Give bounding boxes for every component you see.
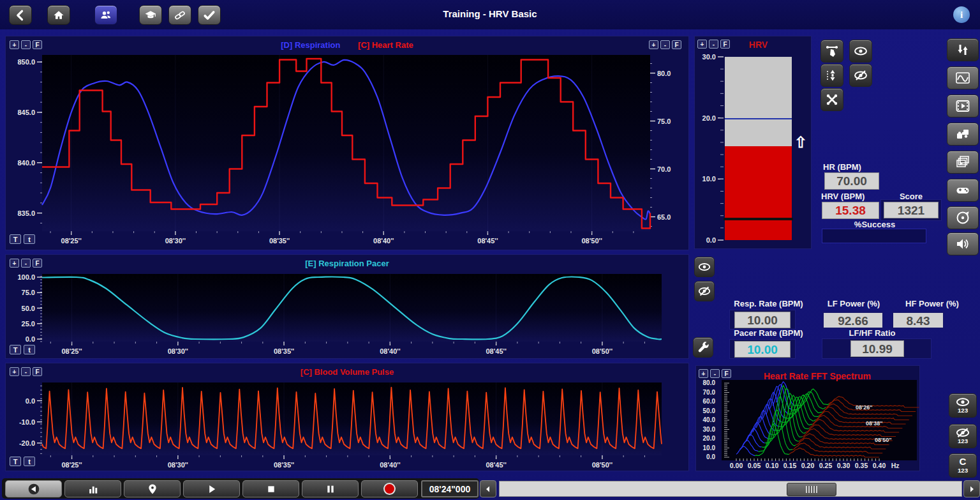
- game-button[interactable]: [947, 179, 979, 202]
- time-display: 08'24"000: [421, 480, 479, 497]
- hide-values-button[interactable]: 123: [949, 424, 977, 448]
- hrv-gauge-panel: 30.020.010.00.0 HRV + - F ⇧: [694, 36, 812, 249]
- stop-button[interactable]: [242, 480, 299, 497]
- bvp-axis-zoom-in-button[interactable]: +: [10, 367, 19, 376]
- c-123-icon: C123: [954, 457, 971, 474]
- svg-text:25.0: 25.0: [22, 320, 35, 328]
- show-chart-button[interactable]: [849, 40, 872, 63]
- pacer-time-minor-button[interactable]: t: [24, 345, 35, 354]
- pacer-axis-fit-button[interactable]: F: [33, 259, 42, 268]
- video-button[interactable]: [947, 95, 979, 117]
- bvp-axis-zoom-out-button[interactable]: -: [21, 367, 31, 376]
- svg-text:08'45'': 08'45'': [486, 347, 507, 355]
- svg-text:840.0: 840.0: [17, 159, 35, 167]
- artifact-reject-button[interactable]: [820, 88, 843, 111]
- lfhf-ratio-value: 10.99: [850, 340, 904, 357]
- lf-power-value: 92.66: [822, 312, 884, 329]
- video-player-icon: [954, 98, 971, 114]
- hr-value: 70.00: [824, 172, 879, 190]
- play-button[interactable]: [183, 480, 240, 497]
- svg-text:0.0: 0.0: [706, 236, 716, 244]
- media-stack-button[interactable]: [947, 151, 979, 174]
- pacer-show-button[interactable]: [694, 257, 715, 277]
- fft-zoom-in-button[interactable]: +: [699, 369, 708, 378]
- speaker-icon: [954, 236, 971, 252]
- bvp-time-minor-button[interactable]: t: [24, 457, 35, 466]
- score-box: 1321: [880, 199, 942, 221]
- svg-text:123: 123: [958, 467, 969, 474]
- record-button[interactable]: [361, 480, 418, 497]
- pacer-axis-zoom-out-button[interactable]: -: [21, 259, 31, 268]
- auto-scale-button[interactable]: [820, 64, 843, 87]
- svg-text:0.25: 0.25: [819, 462, 833, 469]
- pacer-time-major-button[interactable]: T: [10, 345, 21, 354]
- svg-text:08'45'': 08'45'': [486, 461, 507, 469]
- bvp-axis-fit-button[interactable]: F: [33, 367, 42, 376]
- scrollbar-track[interactable]: [499, 481, 962, 497]
- resp-axis-fit-button[interactable]: F: [33, 40, 42, 49]
- scrollbar-grip: [806, 486, 817, 493]
- resp-axis-zoom-in-button[interactable]: +: [10, 40, 19, 49]
- top-toolbar: Training - HRV Basic i: [0, 0, 980, 29]
- svg-text:65.0: 65.0: [657, 213, 671, 221]
- gauge-zoom-out-button[interactable]: -: [709, 40, 718, 49]
- show-values-button[interactable]: 123: [949, 393, 977, 418]
- svg-text:Hz: Hz: [891, 462, 900, 469]
- puzzle-button[interactable]: [947, 123, 979, 146]
- scroll-left-button[interactable]: [480, 480, 496, 497]
- pause-button[interactable]: [302, 480, 359, 497]
- scroll-right-button[interactable]: [963, 480, 980, 497]
- main-time-minor-button[interactable]: t: [24, 234, 35, 244]
- svg-text:08'35'': 08'35'': [269, 237, 290, 245]
- hide-chart-button[interactable]: [849, 64, 872, 87]
- hr-axis-fit-button[interactable]: F: [672, 40, 681, 49]
- gauge-marker-line[interactable]: [724, 218, 793, 220]
- navigate-button[interactable]: [5, 480, 62, 497]
- svg-text:0.40: 0.40: [873, 462, 886, 469]
- gauge-zoom-in-button[interactable]: +: [697, 40, 707, 49]
- main-time-major-button[interactable]: T: [10, 234, 21, 244]
- signal-view-button[interactable]: [947, 66, 979, 89]
- eye-icon: [853, 43, 868, 59]
- scrollbar-thumb[interactable]: [787, 483, 836, 496]
- svg-text:08'25'': 08'25'': [61, 347, 82, 355]
- audio-button[interactable]: [947, 232, 979, 255]
- svg-text:08'30'': 08'30'': [165, 237, 186, 245]
- pacer-axis-zoom-in-button[interactable]: +: [10, 259, 19, 268]
- gauge-direction-up-icon[interactable]: ⇧: [794, 133, 807, 151]
- fft-zoom-out-button[interactable]: -: [710, 369, 720, 378]
- resp-rate-value: 10.00: [734, 312, 791, 328]
- manual-scale-button[interactable]: [820, 40, 843, 63]
- bvp-time-major-button[interactable]: T: [10, 457, 21, 466]
- hr-axis-zoom-out-button[interactable]: -: [660, 40, 670, 49]
- event-marker-button[interactable]: [124, 480, 181, 497]
- hrv-label: HRV (BPM): [821, 192, 882, 201]
- svg-text:08'40'': 08'40'': [380, 461, 401, 469]
- gauge-fit-button[interactable]: F: [720, 40, 730, 49]
- game-controller-icon: [954, 183, 971, 198]
- dvd-button[interactable]: [947, 206, 979, 229]
- info-button[interactable]: i: [953, 6, 970, 23]
- record-icon: [383, 483, 396, 495]
- svg-text:10.0: 10.0: [703, 444, 716, 451]
- left-arrow-icon: [484, 485, 492, 493]
- svg-text:08'25'': 08'25'': [61, 237, 82, 245]
- svg-text:08'35'': 08'35'': [274, 461, 295, 469]
- gauge-threshold-line[interactable]: [725, 118, 792, 119]
- counter-values-button[interactable]: C123: [949, 453, 977, 478]
- hrv-value: 15.38: [822, 202, 879, 219]
- score-value: 1321: [884, 202, 939, 218]
- statistics-button[interactable]: [64, 480, 121, 497]
- hr-axis-zoom-in-button[interactable]: +: [649, 40, 658, 49]
- fft-fit-button[interactable]: F: [722, 369, 731, 378]
- pacer-hide-button[interactable]: [694, 281, 715, 301]
- svg-text:C: C: [960, 457, 967, 467]
- pacer-settings-button[interactable]: [693, 337, 713, 358]
- bar-chart-icon: [87, 483, 100, 496]
- svg-text:08'30'': 08'30'': [168, 461, 189, 469]
- transfer-button[interactable]: [947, 38, 979, 61]
- resp-axis-zoom-out-button[interactable]: -: [21, 40, 31, 49]
- location-pin-icon: [147, 483, 158, 496]
- eye-icon: [697, 260, 711, 274]
- lfhf-ratio-label: LF/HF Ratio: [829, 328, 915, 338]
